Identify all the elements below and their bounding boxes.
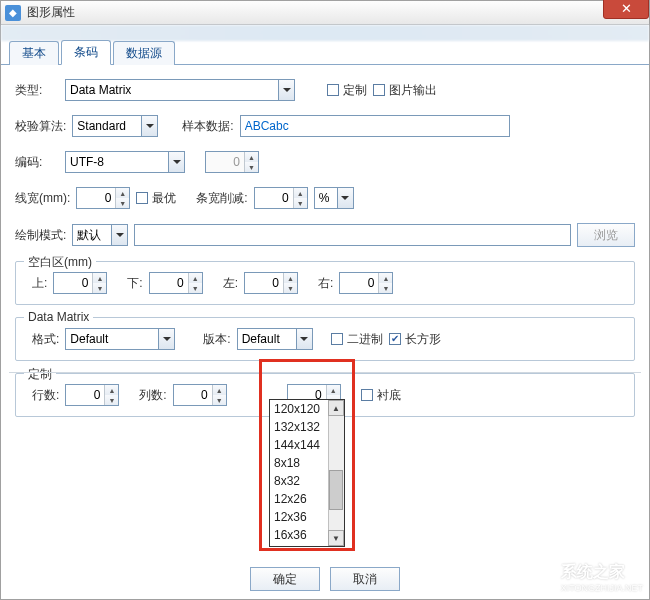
- drawmode-combo[interactable]: 默认: [72, 224, 128, 246]
- check-algo-label: 校验算法:: [15, 118, 66, 135]
- sample-input[interactable]: [240, 115, 510, 137]
- watermark: 系统之家 XITONGZHIJIA.NET: [525, 562, 643, 593]
- binary-checkbox[interactable]: 二进制: [331, 331, 383, 348]
- blank-fieldset: 空白区(mm) 上: ▲▼ 下: ▲▼ 左: ▲▼ 右: ▲▼: [15, 261, 635, 305]
- chevron-down-icon: [158, 329, 174, 349]
- scroll-down-icon[interactable]: ▼: [328, 530, 344, 546]
- blank-up-label: 上:: [32, 275, 47, 292]
- tab-datasource[interactable]: 数据源: [113, 41, 175, 65]
- encode-combo[interactable]: UTF-8: [65, 151, 185, 173]
- format-combo[interactable]: Default: [65, 328, 175, 350]
- rows-spin[interactable]: ▲▼: [65, 384, 119, 406]
- imageout-checkbox[interactable]: 图片输出: [373, 82, 437, 99]
- tab-basic[interactable]: 基本: [9, 41, 59, 65]
- encode-value: UTF-8: [70, 155, 104, 169]
- separator: [9, 372, 641, 373]
- format-label: 格式:: [32, 331, 59, 348]
- browse-button[interactable]: 浏览: [577, 223, 635, 247]
- tab-panel: 类型: Data Matrix 定制 图片输出 校验算法: Standard 样…: [1, 65, 649, 417]
- optimal-checkbox[interactable]: 最优: [136, 190, 176, 207]
- close-button[interactable]: ✕: [603, 0, 649, 19]
- app-icon: ◆: [5, 5, 21, 21]
- encode-spin[interactable]: ▲▼: [205, 151, 259, 173]
- blank-right-spin[interactable]: ▲▼: [339, 272, 393, 294]
- cols-spin[interactable]: ▲▼: [173, 384, 227, 406]
- cols-label: 列数:: [139, 387, 166, 404]
- watermark-logo-icon: [525, 565, 555, 591]
- cancel-button[interactable]: 取消: [330, 567, 400, 591]
- chevron-down-icon: [168, 152, 184, 172]
- blank-up-spin[interactable]: ▲▼: [53, 272, 107, 294]
- tab-bar: 基本 条码 数据源: [1, 41, 649, 65]
- pad-checkbox[interactable]: 衬底: [361, 387, 401, 404]
- custom-checkbox[interactable]: 定制: [327, 82, 367, 99]
- blank-legend: 空白区(mm): [24, 254, 96, 271]
- linewidth-spin[interactable]: ▲▼: [76, 187, 130, 209]
- toolbar-blur: [1, 25, 649, 41]
- watermark-sub: XITONGZHIJIA.NET: [561, 583, 643, 593]
- dialog-window: ◆ 图形属性 ✕ 基本 条码 数据源 类型: Data Matrix 定制 图片…: [0, 0, 650, 600]
- chevron-down-icon: [278, 80, 294, 100]
- blank-left-label: 左:: [223, 275, 238, 292]
- dropdown-scrollbar[interactable]: ▲ ▼: [328, 400, 344, 546]
- dm-legend: Data Matrix: [24, 310, 93, 324]
- watermark-text: 系统之家: [561, 563, 625, 580]
- check-icon: ✔: [389, 333, 401, 345]
- rows-label: 行数:: [32, 387, 59, 404]
- tab-barcode[interactable]: 条码: [61, 40, 111, 65]
- ok-button[interactable]: 确定: [250, 567, 320, 591]
- blank-down-label: 下:: [127, 275, 142, 292]
- linewidth-label: 线宽(mm):: [15, 190, 70, 207]
- chevron-down-icon: [296, 329, 312, 349]
- titlebar: ◆ 图形属性 ✕: [1, 1, 649, 25]
- reduce-label: 条宽削减:: [196, 190, 247, 207]
- drawmode-label: 绘制模式:: [15, 227, 66, 244]
- datamatrix-fieldset: Data Matrix 格式: Default 版本: Default 二进制 …: [15, 317, 635, 361]
- drawmode-path[interactable]: [134, 224, 571, 246]
- encode-label: 编码:: [15, 154, 59, 171]
- chevron-down-icon: [111, 225, 127, 245]
- window-title: 图形属性: [27, 4, 75, 21]
- version-combo[interactable]: Default: [237, 328, 313, 350]
- chevron-down-icon: [337, 188, 353, 208]
- blank-down-spin[interactable]: ▲▼: [149, 272, 203, 294]
- chevron-down-icon: [141, 116, 157, 136]
- type-value: Data Matrix: [70, 83, 131, 97]
- reduce-spin[interactable]: ▲▼: [254, 187, 308, 209]
- version-dropdown[interactable]: 120x120 132x132 144x144 8x18 8x32 12x26 …: [269, 399, 345, 547]
- check-algo-combo[interactable]: Standard: [72, 115, 158, 137]
- check-algo-value: Standard: [77, 119, 126, 133]
- sample-label: 样本数据:: [182, 118, 233, 135]
- custom-legend: 定制: [24, 366, 56, 383]
- rect-checkbox[interactable]: ✔长方形: [389, 331, 441, 348]
- type-combo[interactable]: Data Matrix: [65, 79, 295, 101]
- type-label: 类型:: [15, 82, 59, 99]
- scroll-up-icon[interactable]: ▲: [328, 400, 344, 416]
- scroll-thumb[interactable]: [329, 470, 343, 510]
- version-label: 版本:: [203, 331, 230, 348]
- blank-left-spin[interactable]: ▲▼: [244, 272, 298, 294]
- reduce-unit-combo[interactable]: %: [314, 187, 354, 209]
- blank-right-label: 右:: [318, 275, 333, 292]
